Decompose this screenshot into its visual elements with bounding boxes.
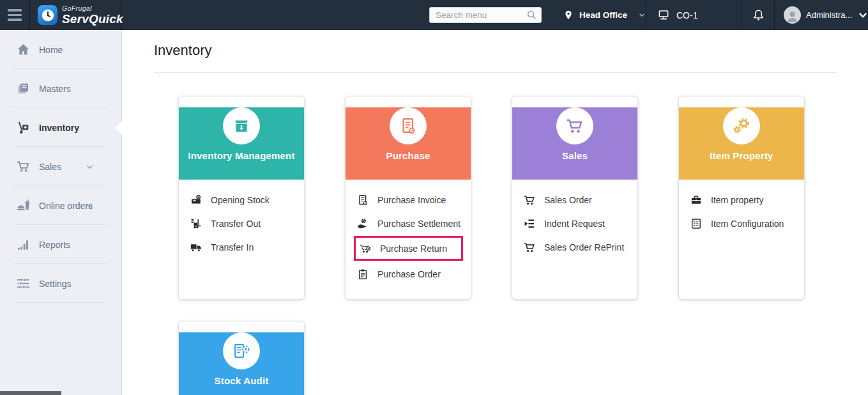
sidebar-item-settings[interactable]: Settings <box>0 264 121 303</box>
sidebar: Home Masters Inventory Sales Online orde… <box>0 30 122 395</box>
notifications-button[interactable] <box>742 0 775 30</box>
home-icon <box>16 42 31 57</box>
card-title: Sales <box>512 150 637 161</box>
sidebar-item-label: Settings <box>39 279 72 289</box>
card-header-inventory-management[interactable]: Inventory Management <box>179 107 304 180</box>
page-title: Inventory <box>154 42 868 59</box>
terminal-icon <box>657 9 670 21</box>
card-purchase: Purchase Purchase Invoice Purchase Settl… <box>345 96 471 300</box>
hamburger-icon <box>8 9 22 21</box>
card-stock-audit: Stock Audit <box>178 321 305 395</box>
cart-icon <box>16 159 31 174</box>
card-header-purchase[interactable]: Purchase <box>346 107 471 180</box>
chevron-down-icon <box>85 201 95 210</box>
menu-item-label: Transfer Out <box>211 219 261 229</box>
menu-item-label: Sales Order <box>544 195 592 205</box>
menu-item-purchase-return[interactable]: Purchase Return <box>354 236 463 261</box>
gears-icon <box>732 116 751 136</box>
menu-item-label: Sales Order RePrint <box>544 242 624 252</box>
store-name: Head Office <box>579 10 627 20</box>
sidebar-item-reports[interactable]: Reports <box>0 225 121 264</box>
main-content: Inventory Inventory Management Opening S… <box>122 30 868 395</box>
menu-item-label: Purchase Return <box>380 244 447 254</box>
card-icon-circle <box>223 107 260 144</box>
user-name: Administra... <box>806 10 852 20</box>
avatar <box>784 6 801 24</box>
cart-icon <box>565 116 584 136</box>
menu-item-purchase-order[interactable]: Purchase Order <box>346 262 471 286</box>
card-header-item-property[interactable]: Item Property <box>679 107 804 180</box>
terminal-name: CO-1 <box>676 10 697 20</box>
sidebar-item-label: Home <box>39 45 63 55</box>
user-menu[interactable]: Administra... <box>775 0 868 30</box>
menu-item-sales-order[interactable]: Sales Order <box>512 188 637 212</box>
sidebar-item-label: Reports <box>39 240 70 250</box>
chevron-down-icon <box>638 11 646 19</box>
card-title: Purchase <box>346 150 471 161</box>
card-icon-circle <box>556 107 593 144</box>
sidebar-item-label: Inventory <box>39 123 79 133</box>
clipboard-icon <box>356 268 369 281</box>
chevron-down-icon <box>85 162 95 171</box>
terminal-selector[interactable]: CO-1 <box>646 0 742 30</box>
cart-icon <box>523 194 536 206</box>
menu-item-sales-order-reprint[interactable]: Sales Order RePrint <box>512 235 637 259</box>
horizontal-scrollbar-thumb[interactable] <box>0 391 61 395</box>
menu-search <box>429 7 542 23</box>
opening-stock-icon <box>190 194 202 206</box>
brand-name-bottom: ServQuick <box>62 13 123 25</box>
cart-icon <box>523 241 536 254</box>
search-icon[interactable] <box>526 10 537 20</box>
menu-item-transfer-in[interactable]: Transfer In <box>179 235 304 259</box>
module-card-grid: Inventory Management Opening Stock Trans… <box>178 96 868 395</box>
servquick-logo-icon <box>38 5 57 25</box>
config-list-icon <box>690 217 703 230</box>
sidebar-item-home[interactable]: Home <box>0 30 121 69</box>
menu-item-transfer-out[interactable]: Transfer Out <box>179 212 304 235</box>
store-selector[interactable]: Head Office <box>553 0 646 30</box>
location-pin-icon <box>563 9 574 21</box>
card-icon-circle <box>723 107 760 144</box>
settlement-icon <box>356 217 369 230</box>
card-inventory-management: Inventory Management Opening Stock Trans… <box>178 96 305 300</box>
menu-item-opening-stock[interactable]: Opening Stock <box>179 188 304 212</box>
menu-item-indent-request[interactable]: Indent Request <box>512 212 637 235</box>
active-item-notch <box>114 121 122 135</box>
bell-icon <box>752 8 765 22</box>
sliders-icon <box>16 276 31 291</box>
menu-item-item-property[interactable]: Item property <box>679 188 804 212</box>
card-title: Stock Audit <box>179 375 304 386</box>
bar-chart-icon <box>16 237 31 252</box>
card-item-property: Item Property Item property Item Configu… <box>678 96 805 300</box>
stock-box-icon <box>232 116 251 136</box>
fastfood-icon <box>16 198 31 213</box>
audit-icon <box>232 341 251 360</box>
menu-item-label: Purchase Settlement <box>377 219 461 229</box>
card-icon-circle <box>223 332 260 369</box>
invoice-icon <box>356 194 369 206</box>
invoice-icon <box>399 116 418 136</box>
card-sales: Sales Sales Order Indent Request Sales O… <box>512 96 638 300</box>
sidebar-item-masters[interactable]: Masters <box>0 69 121 108</box>
sidebar-item-label: Masters <box>39 84 71 94</box>
card-header-stock-audit[interactable]: Stock Audit <box>179 332 304 395</box>
forklift-icon <box>190 217 202 230</box>
card-icon-circle <box>390 107 427 144</box>
card-header-sales[interactable]: Sales <box>512 107 637 180</box>
truck-icon <box>190 241 202 254</box>
sidebar-item-inventory[interactable]: Inventory <box>0 108 121 147</box>
sidebar-item-label: Sales <box>39 162 61 172</box>
menu-item-purchase-settlement[interactable]: Purchase Settlement <box>346 212 471 235</box>
app-logo: GoFrugal ServQuick <box>30 0 122 30</box>
sidebar-item-sales[interactable]: Sales <box>0 147 121 186</box>
menu-item-label: Item property <box>711 195 763 205</box>
handtruck-icon <box>16 120 31 135</box>
title-divider <box>154 72 837 73</box>
hamburger-menu-button[interactable] <box>0 0 30 30</box>
sidebar-item-online-orders[interactable]: Online orders <box>0 186 121 225</box>
menu-item-label: Indent Request <box>544 219 605 229</box>
menu-item-item-configuration[interactable]: Item Configuration <box>679 212 804 235</box>
person-icon <box>785 9 800 24</box>
menu-item-purchase-invoice[interactable]: Purchase Invoice <box>346 188 471 212</box>
search-input[interactable] <box>429 7 542 23</box>
